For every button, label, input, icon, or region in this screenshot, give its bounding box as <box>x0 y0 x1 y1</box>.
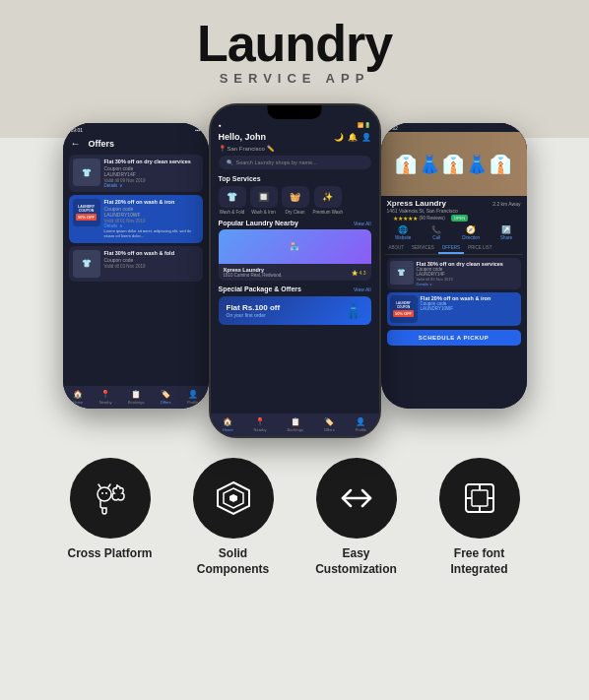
website-icon: 🌐 <box>398 225 408 234</box>
nav-home-left[interactable]: 🏠 Home <box>73 390 84 405</box>
nav-offers-center[interactable]: 🏷️ Offers <box>324 417 335 432</box>
tab-services[interactable]: SERVICES <box>408 243 438 254</box>
laundry-addr-1: 1810 Camino Real, Redwood, <box>224 273 283 278</box>
offer-title-3: Flat 30% off on wash & fold <box>104 250 199 257</box>
user-icon[interactable]: 👤 <box>361 133 371 142</box>
service-wash-fold[interactable]: 👕 Wash & Fold <box>219 186 246 215</box>
center-screen: ● 📶 🔋 Hello, John 🌙 🔔 👤 📍 San Francisco … <box>211 105 379 436</box>
nav-bookings-center[interactable]: 📋 Bookings <box>287 417 302 432</box>
free-font-icon <box>462 480 497 516</box>
phone-center: ● 📶 🔋 Hello, John 🌙 🔔 👤 📍 San Francisco … <box>209 103 381 438</box>
tab-pricelist[interactable]: PRICE LIST <box>464 243 496 254</box>
bookings-icon: 📋 <box>131 390 141 399</box>
bookings-center-icon: 📋 <box>291 417 300 426</box>
nav-label-profile: Profile <box>187 400 198 405</box>
direction-icon: 🧭 <box>466 225 476 234</box>
right-time: 15:02 <box>387 126 398 131</box>
nav-home-center[interactable]: 🏠 Home <box>223 417 233 432</box>
app-subtitle: SERVICE APP <box>0 71 589 86</box>
profile-icon: 👤 <box>188 390 198 399</box>
nav-nearby-left[interactable]: 📍 Nearby <box>99 390 112 405</box>
service-dry-clean[interactable]: 🧺 Dry Clean <box>282 186 309 215</box>
right-offer-details-link-1[interactable]: Details ∨ <box>417 282 503 286</box>
offer-card-1: 👕 Flat 30% off on dry clean services Cou… <box>69 155 203 192</box>
theme-icon[interactable]: 🌙 <box>334 133 344 142</box>
nav-profile-center[interactable]: 👤 Profile <box>356 417 366 432</box>
right-offer-img-1: 👕 <box>390 261 414 285</box>
service-premium[interactable]: ✨ Premium Wash <box>313 186 344 215</box>
left-bottom-nav: 🏠 Home 📍 Nearby 📋 Bookings 🏷️ Offers 👤 <box>63 386 209 409</box>
shop-name: Xpress Laundry <box>387 199 446 208</box>
easy-customization-label: EasyCustomization <box>315 546 397 577</box>
phone-right: 15:02 ▪▪▪ 👔👗👔👗👔 Xpress Laundry 2.2 km Aw… <box>381 123 527 409</box>
nav-bookings-left[interactable]: 📋 Bookings <box>128 390 144 405</box>
view-all-special[interactable]: View All <box>354 286 370 292</box>
tab-offers[interactable]: OFFERS <box>438 243 464 254</box>
shop-stars: ★★★★★ <box>393 215 418 222</box>
wash-iron-label: Wash & Iron <box>251 210 276 215</box>
center-status-bar: ● 📶 🔋 <box>211 119 379 130</box>
nav-profile-label: Profile <box>356 427 366 432</box>
search-bar[interactable]: 🔍 Search Laundry shops by name... <box>219 156 371 169</box>
website-label: Website <box>395 235 411 240</box>
popular-title: Popular Laundry Nearby <box>219 220 298 226</box>
nav-offers-left[interactable]: 🏷️ Offers <box>161 390 171 405</box>
greeting-text: Hello, John <box>219 132 267 142</box>
top-services-title: Top Services <box>211 172 379 184</box>
phones-showcase: 19:01 ▪▪▪ ← Offers 👕 Flat 30% off on dry… <box>0 94 589 438</box>
right-offer-2: LAUNDRY COUPON 50% OFF Flat 20% off on w… <box>387 292 521 326</box>
features-section: Cross Platform SolidComponents EasyCusto… <box>0 438 589 592</box>
share-btn[interactable]: ↗️ Share <box>500 225 512 240</box>
home-icon: 🏠 <box>73 390 83 399</box>
offer-valid-3: Valid till 03 Nov 2019 <box>104 264 199 269</box>
coupon-50-badge: 50% OFF <box>76 214 97 221</box>
website-btn[interactable]: 🌐 Website <box>395 225 411 240</box>
offer-details-1: Flat 30% off on dry clean services Coupo… <box>104 159 199 188</box>
greeting-row: Hello, John 🌙 🔔 👤 <box>211 130 379 144</box>
direction-btn[interactable]: 🧭 Direction <box>462 225 480 240</box>
shop-name-row: Xpress Laundry 2.2 km Away <box>387 199 521 208</box>
nearby-icon: 📍 <box>100 390 110 399</box>
wash-iron-icon: 🔲 <box>250 186 278 208</box>
offer-coupon-3: Coupon code <box>104 257 199 263</box>
share-icon: ↗️ <box>501 225 511 234</box>
profile-center-icon: 👤 <box>356 417 365 426</box>
promo-card[interactable]: Flat Rs.100 off On your first order 👗 <box>219 296 371 325</box>
location-edit-icon[interactable]: ✏️ <box>267 145 274 152</box>
location-pin-icon: 📍 <box>219 145 226 152</box>
offer-img-1: 👕 <box>73 159 100 186</box>
nav-profile-left[interactable]: 👤 Profile <box>187 390 198 405</box>
laundry-details-1: Xpress Laundry 1810 Camino Real, Redwood… <box>224 267 283 278</box>
call-btn[interactable]: 📞 Call <box>431 225 441 240</box>
easy-customization-circle <box>316 458 397 539</box>
nav-nearby-center[interactable]: 📍 Nearby <box>254 417 267 432</box>
offer-img-3: 👕 <box>73 250 100 278</box>
notification-icon[interactable]: 🔔 <box>348 133 358 142</box>
offer-code-1: LAUNDRY14F <box>104 171 199 177</box>
premium-icon: ✨ <box>314 186 342 208</box>
view-all-popular[interactable]: View All <box>354 221 370 226</box>
share-label: Share <box>500 235 512 240</box>
right-offer-details-1: Flat 30% off on dry clean services Coupo… <box>417 261 503 286</box>
laundry-card-1[interactable]: 🏪 Xpress Laundry 1810 Camino Real, Redwo… <box>219 229 371 281</box>
back-icon[interactable]: ← <box>71 138 81 149</box>
service-wash-iron[interactable]: 🔲 Wash & Iron <box>250 186 278 215</box>
phone-left: 19:01 ▪▪▪ ← Offers 👕 Flat 30% off on dry… <box>63 123 209 409</box>
schedule-pickup-btn[interactable]: SCHEDULE A PICKUP <box>387 330 521 346</box>
svg-point-4 <box>105 492 107 494</box>
dry-clean-icon: 🧺 <box>282 186 309 208</box>
dry-clean-label: Dry Clean <box>285 210 304 215</box>
laundry-img-label: 🏪 <box>290 242 299 251</box>
services-row: 👕 Wash & Fold 🔲 Wash & Iron 🧺 Dry Clean … <box>211 184 379 217</box>
solid-components-label: SolidComponents <box>197 546 269 577</box>
promo-sub: On your first order <box>227 312 281 318</box>
svg-marker-8 <box>229 494 237 502</box>
offer-details-link-1[interactable]: Details ∨ <box>104 183 199 188</box>
tab-about[interactable]: ABOUT <box>385 243 409 254</box>
shop-rating-row: ★★★★★ (90 Reviews) OPEN <box>387 214 521 223</box>
svg-point-0 <box>98 487 111 501</box>
left-time: 19:01 <box>71 127 84 133</box>
svg-line-1 <box>98 484 100 487</box>
shop-details: Xpress Laundry 2.2 km Away 1461 Valencia… <box>381 196 527 223</box>
offer-title-2: Flat 20% off on wash & iron <box>104 199 199 206</box>
